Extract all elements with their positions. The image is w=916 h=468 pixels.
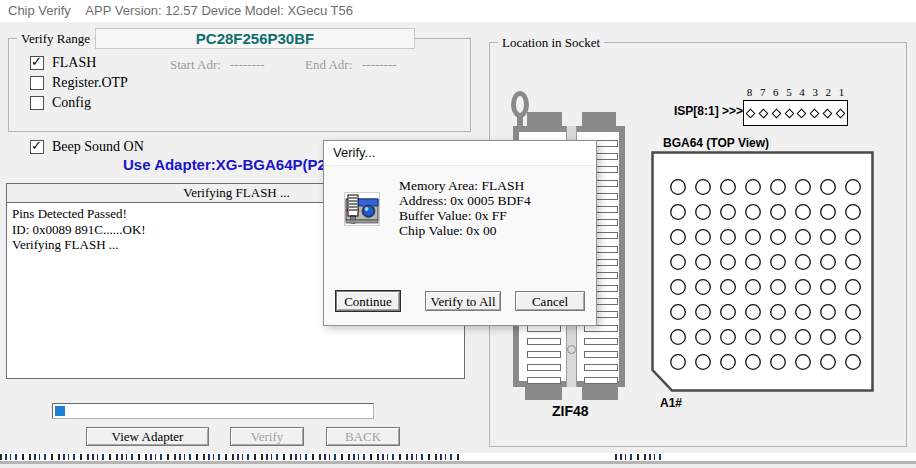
flash-checkbox-label: FLASH	[52, 55, 96, 71]
use-adapter-text: Use Adapter:XG-BGA64P(P2)	[123, 156, 331, 173]
verify-to-all-button[interactable]: Verify to All	[425, 291, 501, 311]
checkbox-row-config: Config	[30, 95, 91, 111]
checkbox-row-register-otp: Register.OTP	[30, 75, 128, 91]
start-adr-label: Start Adr:	[170, 57, 221, 73]
end-adr-value: --------	[362, 57, 397, 73]
zif-bottom-tab	[582, 387, 618, 400]
zif-contact-slot	[527, 377, 561, 384]
isp-pin-number: 2	[826, 86, 832, 98]
a1-pin-label: A1#	[660, 396, 682, 410]
verify-button[interactable]: Verify	[230, 427, 304, 446]
isp-pin-icon	[797, 108, 807, 118]
isp-connector	[743, 100, 848, 126]
chip-verify-window: Chip Verify APP Version: 12.57 Device Mo…	[0, 0, 916, 468]
programmer-chip-icon	[344, 192, 380, 226]
verify-dialog-info: Memory Area: FLASH Address: 0x 0005 BDF4…	[399, 178, 531, 238]
zif-top-tab	[527, 112, 562, 127]
isp-pin-icon	[745, 108, 755, 118]
isp-pin-icon	[784, 108, 794, 118]
flash-checkbox[interactable]	[30, 56, 44, 70]
config-checkbox[interactable]	[30, 96, 44, 110]
clipped-background-window-strip	[0, 453, 916, 468]
beep-sound-label: Beep Sound ON	[52, 139, 144, 155]
isp-pin-number: 7	[760, 86, 766, 98]
clipped-text-glyphs	[615, 454, 663, 460]
isp-pin-icon	[836, 108, 846, 118]
progress-bar	[52, 403, 374, 419]
isp-pin-icon	[823, 108, 833, 118]
config-checkbox-label: Config	[52, 95, 91, 111]
isp-pin-icon	[758, 108, 768, 118]
zif-contact-slot	[527, 364, 561, 371]
zif48-label: ZIF48	[552, 403, 589, 419]
zif-bottom-tab	[525, 387, 562, 400]
isp-pin-number: 6	[773, 86, 779, 98]
zif-divider-hole	[567, 345, 576, 354]
isp-pin-numbers: 87654321	[743, 86, 848, 98]
verify-range-label: Verify Range	[17, 31, 94, 47]
clipped-window-body	[0, 464, 916, 468]
chip-value-line: Chip Value: 0x 00	[399, 223, 531, 238]
isp-pin-number: 4	[799, 86, 805, 98]
zif-contact-slot	[527, 351, 561, 358]
location-in-socket-label: Location in Socket	[498, 35, 604, 51]
checkbox-row-flash: FLASH	[30, 55, 96, 71]
zif-contact-slot	[584, 338, 618, 345]
address-line: Address: 0x 0005 BDF4	[399, 193, 531, 208]
isp-pin-number: 3	[812, 86, 818, 98]
window-title: Chip Verify APP Version: 12.57 Device Mo…	[8, 3, 353, 18]
isp-pin-number: 1	[839, 86, 845, 98]
memory-area-line: Memory Area: FLASH	[399, 178, 531, 193]
start-adr-value: --------	[230, 57, 265, 73]
cancel-button[interactable]: Cancel	[515, 291, 585, 311]
bga64-ball-map	[651, 151, 874, 392]
zif-contact-slot	[584, 364, 618, 371]
isp-pin-number: 5	[786, 86, 792, 98]
chip-name-header: PC28F256P30BF	[95, 28, 415, 49]
zif-contact-slot	[527, 338, 561, 345]
isp-pin-icon	[771, 108, 781, 118]
back-button[interactable]: BACK	[326, 427, 400, 446]
isp-pin-number: 8	[747, 86, 753, 98]
zif-top-tab	[582, 112, 616, 127]
view-adapter-button[interactable]: View Adapter	[86, 427, 209, 446]
verify-dialog: Verify... Memory Area: FLASH Address: 0x…	[323, 140, 597, 326]
beep-sound-checkbox[interactable]	[30, 140, 44, 154]
clipped-text-glyphs	[0, 454, 460, 460]
checkbox-row-beep: Beep Sound ON	[30, 139, 144, 155]
zif-contact-slot	[584, 351, 618, 358]
register-otp-checkbox-label: Register.OTP	[52, 75, 128, 91]
bga64-top-view-label: BGA64 (TOP View)	[663, 136, 769, 150]
end-adr-label: End Adr:	[305, 57, 352, 73]
register-otp-checkbox[interactable]	[30, 76, 44, 90]
progress-bar-fill	[55, 406, 65, 416]
isp-pin-icon	[810, 108, 820, 118]
window-titlebar: Chip Verify APP Version: 12.57 Device Mo…	[0, 0, 916, 22]
buffer-value-line: Buffer Value: 0x FF	[399, 208, 531, 223]
verify-dialog-title: Verify...	[324, 141, 596, 166]
continue-button[interactable]: Continue	[336, 291, 400, 311]
isp-label: ISP[8:1] >>>	[674, 104, 743, 118]
zif-contact-slot	[584, 377, 618, 384]
